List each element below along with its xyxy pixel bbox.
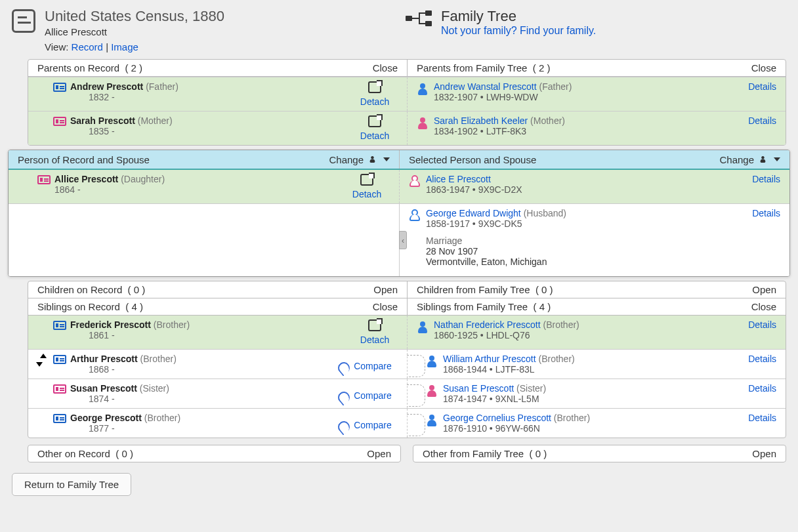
collapse-handle[interactable]: ‹ (399, 231, 407, 249)
tree-title: Family Tree (441, 8, 596, 25)
person-icon (760, 156, 767, 163)
details-link[interactable]: Details (748, 383, 776, 394)
link-bracket-icon (407, 384, 425, 407)
children-rec-toggle[interactable]: Open (373, 284, 398, 295)
sibling-tree-meta: 1874-1947 • 9XNL-L5M (443, 394, 737, 404)
return-button[interactable]: Return to Family Tree (12, 473, 131, 496)
focus-rec-title: Person of Record and Spouse (18, 154, 150, 165)
sibling-rec-rel: (Sister) (140, 383, 169, 394)
marriage-label: Marriage (426, 235, 741, 246)
sibling-tree-link[interactable]: George Cornelius Prescott (443, 413, 551, 423)
paperclip-icon (336, 389, 352, 405)
rec-mother-life: 1835 - (89, 126, 352, 136)
person-icon (409, 175, 422, 188)
sibling-rec-life: 1868 - (89, 364, 332, 375)
sibling-rec-name: Susan Prescott (70, 383, 137, 394)
details-link[interactable]: Details (748, 115, 776, 126)
paperclip-icon (336, 419, 352, 435)
rec-father-life: 1832 - (89, 92, 352, 102)
view-record-link[interactable]: Record (72, 41, 103, 52)
detach-button[interactable]: Detach (352, 189, 381, 199)
person-icon (369, 156, 377, 163)
sibling-tree-rel: (Sister) (516, 383, 546, 394)
detach-button[interactable]: Detach (360, 96, 389, 107)
person-icon (409, 209, 422, 222)
details-link[interactable]: Details (752, 174, 780, 184)
link-bracket-icon (407, 414, 425, 436)
detach-button[interactable]: Detach (360, 131, 389, 141)
details-link[interactable]: Details (752, 208, 780, 218)
parents-tree-toggle[interactable]: Close (751, 62, 776, 73)
sibling-tree-link[interactable]: William Arthur Prescott (443, 354, 536, 364)
record-card-icon (37, 175, 51, 184)
tree-father-rel: (Father) (539, 81, 572, 92)
siblings-rec-toggle[interactable]: Close (373, 301, 398, 312)
details-link[interactable]: Details (748, 354, 776, 364)
tree-mother-meta: 1834-1902 • LJTF-8K3 (434, 126, 737, 136)
rec-father-rel: (Father) (146, 81, 178, 92)
details-link[interactable]: Details (748, 319, 776, 330)
view-label: View: (45, 41, 68, 52)
detach-icon (368, 115, 381, 127)
focus-tree-link[interactable]: Alice E Prescott (426, 174, 491, 184)
view-image-link[interactable]: Image (111, 41, 138, 52)
sibling-tree-rel: (Brother) (538, 354, 574, 364)
detach-icon (368, 319, 381, 331)
other-rec-title: Other on Record (37, 448, 110, 459)
record-card-icon (53, 321, 66, 330)
other-tree-toggle[interactable]: Open (752, 448, 776, 459)
person-icon (417, 117, 430, 130)
document-icon (12, 9, 35, 33)
swap-icon[interactable] (37, 354, 47, 367)
focus-rec-change[interactable]: Change (329, 153, 390, 166)
sibling-rec-life: 1874 - (89, 394, 332, 404)
marriage-place: Vermontville, Eaton, Michigan (426, 256, 741, 267)
sibling-tree-link[interactable]: Nathan Frederick Prescott (434, 319, 541, 330)
sibling-rec-name: Frederick Prescott (70, 319, 151, 330)
record-card-icon (53, 384, 66, 394)
sibling-rec-life: 1877 - (89, 423, 332, 434)
sibling-rec-name: Arthur Prescott (70, 354, 138, 364)
rec-mother-rel: (Mother) (138, 115, 173, 126)
detach-icon (368, 81, 381, 93)
children-tree-toggle[interactable]: Open (752, 284, 776, 295)
sibling-rec-rel: (Brother) (154, 319, 190, 330)
find-family-link[interactable]: Not your family? Find your family. (441, 25, 596, 36)
tree-mother-rel: (Mother) (530, 115, 565, 126)
person-icon (417, 321, 430, 334)
person-icon (426, 355, 439, 368)
chevron-down-icon (383, 157, 390, 161)
record-card-icon (53, 117, 66, 126)
tree-mother-link[interactable]: Sarah Elizabeth Keeler (434, 115, 528, 126)
compare-button[interactable]: Compare (338, 419, 392, 431)
compare-button[interactable]: Compare (338, 360, 392, 372)
person-icon (426, 384, 439, 398)
focus-rec-name: Allice Prescott (54, 174, 118, 184)
record-card-icon (53, 355, 66, 364)
parents-tree-title: Parents from Family Tree (417, 62, 527, 73)
person-icon (417, 83, 430, 96)
tree-father-meta: 1832-1907 • LWH9-WDW (434, 92, 737, 102)
sibling-rec-name: George Prescott (70, 413, 142, 423)
spouse-meta: 1858-1917 • 9X9C-DK5 (426, 218, 741, 229)
sibling-rec-rel: (Brother) (140, 354, 177, 364)
details-link[interactable]: Details (748, 413, 776, 423)
record-person: Allice Prescott (45, 26, 224, 37)
family-tree-icon (406, 9, 432, 28)
parents-rec-title: Parents on Record (37, 62, 119, 73)
person-icon (426, 414, 439, 427)
sibling-rec-life: 1861 - (89, 330, 352, 340)
tree-father-link[interactable]: Andrew Wanstal Prescott (434, 81, 537, 92)
focus-tree-change[interactable]: Change (719, 153, 780, 166)
detach-button[interactable]: Detach (360, 335, 389, 345)
compare-button[interactable]: Compare (338, 390, 392, 401)
detach-icon (360, 174, 373, 186)
sibling-tree-meta: 1876-1910 • 96YW-66N (443, 423, 737, 434)
siblings-tree-toggle[interactable]: Close (751, 301, 776, 312)
parents-rec-toggle[interactable]: Close (373, 62, 398, 73)
other-rec-toggle[interactable]: Open (367, 448, 391, 459)
paperclip-icon (336, 359, 352, 376)
sibling-tree-link[interactable]: Susan E Prescott (443, 383, 514, 394)
details-link[interactable]: Details (748, 81, 776, 92)
spouse-link[interactable]: George Edward Dwight (426, 208, 521, 218)
